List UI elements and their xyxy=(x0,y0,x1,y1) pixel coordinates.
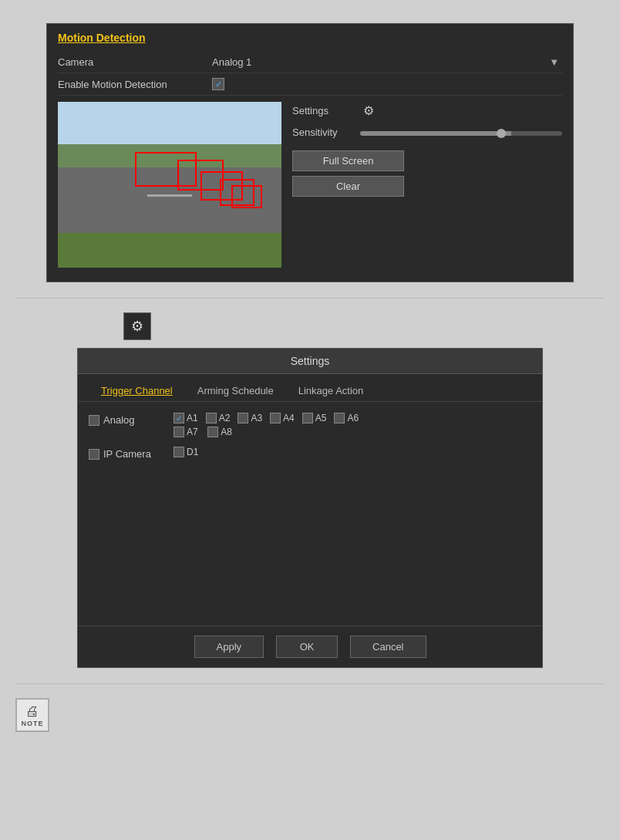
camera-row: Camera Analog 1 ▼ xyxy=(58,52,562,73)
label-a6: A6 xyxy=(347,413,359,423)
channel-d1: D1 xyxy=(174,447,198,457)
note-label: NOTE xyxy=(21,720,43,727)
channel-a6: A6 xyxy=(334,413,359,423)
label-a8: A8 xyxy=(221,427,232,437)
clear-button[interactable]: Clear xyxy=(292,176,404,197)
sensitivity-slider[interactable] xyxy=(360,131,562,136)
analog-channel-row: Analog A1 A2 A3 A4 xyxy=(89,413,531,437)
channel-a3: A3 xyxy=(238,413,262,423)
slider-thumb[interactable] xyxy=(497,129,506,138)
label-a7: A7 xyxy=(187,427,198,437)
ip-camera-label: IP Camera xyxy=(103,448,151,460)
checkbox-a4[interactable] xyxy=(270,413,281,423)
dialog-tabs: Trigger Channel Arming Schedule Linkage … xyxy=(78,374,542,402)
standalone-gear-icon[interactable]: ⚙ xyxy=(123,312,151,340)
channel-a1: A1 xyxy=(174,413,198,423)
analog-label: Analog xyxy=(103,414,134,426)
ip-camera-checkboxes: D1 xyxy=(174,447,531,457)
fullscreen-button[interactable]: Full Screen xyxy=(292,150,404,171)
dialog-body: Analog A1 A2 A3 A4 xyxy=(78,402,542,626)
camera-preview xyxy=(58,102,281,268)
enable-checkbox[interactable]: ✓ xyxy=(212,78,224,90)
checkbox-a3[interactable] xyxy=(238,413,248,423)
tab-linkage-action[interactable]: Linkage Action xyxy=(286,380,376,401)
checkbox-d1[interactable] xyxy=(174,447,184,457)
dialog-footer: Apply OK Cancel xyxy=(78,626,542,667)
ip-camera-channel-row: IP Camera D1 xyxy=(89,447,531,460)
sensitivity-row: Sensitivity xyxy=(292,127,562,138)
camera-label: Camera xyxy=(58,56,212,68)
button-row: Full Screen Clear xyxy=(292,150,562,197)
motion-detection-panel: Motion Detection Camera Analog 1 ▼ Enabl… xyxy=(46,23,574,282)
camera-value: Analog 1 xyxy=(212,56,251,68)
note-section: 🖨 NOTE xyxy=(15,698,605,732)
sky-bg xyxy=(58,102,281,148)
ground-bg xyxy=(58,233,281,268)
checkbox-a2[interactable] xyxy=(206,413,217,423)
channel-a5: A5 xyxy=(302,413,327,423)
ip-camera-main-checkbox[interactable] xyxy=(89,449,99,460)
tab-arming-schedule[interactable]: Arming Schedule xyxy=(185,380,286,401)
label-a1: A1 xyxy=(187,413,198,423)
label-a5: A5 xyxy=(315,413,327,423)
analog-main-label: Analog xyxy=(89,414,166,426)
motion-detection-title: Motion Detection xyxy=(58,32,562,44)
analog-main-checkbox[interactable] xyxy=(89,415,99,426)
note-icon-symbol: 🖨 xyxy=(25,703,39,720)
divider-2 xyxy=(15,683,605,684)
checkbox-a6[interactable] xyxy=(334,413,345,423)
checkbox-a7[interactable] xyxy=(174,427,184,437)
settings-panel: Settings ⚙ Sensitivity Full Screen Clear xyxy=(292,102,562,268)
analog-checkboxes: A1 A2 A3 A4 A5 xyxy=(174,413,531,437)
settings-label: Settings xyxy=(292,105,354,116)
channel-a7: A7 A8 xyxy=(174,427,531,437)
settings-row: Settings ⚙ xyxy=(292,102,562,119)
channel-a2: A2 xyxy=(206,413,231,423)
label-a2: A2 xyxy=(219,413,231,423)
label-a4: A4 xyxy=(283,413,295,423)
label-d1: D1 xyxy=(187,447,198,457)
note-icon: 🖨 NOTE xyxy=(15,698,49,732)
ok-button[interactable]: OK xyxy=(276,636,338,658)
enable-label: Enable Motion Detection xyxy=(58,79,212,90)
ip-camera-main-label: IP Camera xyxy=(89,448,166,460)
channel-a4: A4 xyxy=(270,413,295,423)
label-a3: A3 xyxy=(251,413,262,423)
tab-trigger-channel[interactable]: Trigger Channel xyxy=(89,380,185,401)
checkbox-a8[interactable] xyxy=(207,427,218,437)
detection-box-5 xyxy=(231,185,262,208)
cancel-button[interactable]: Cancel xyxy=(350,636,426,658)
checkbox-a5[interactable] xyxy=(302,413,313,423)
enable-motion-row: Enable Motion Detection ✓ xyxy=(58,73,562,96)
settings-dialog: Settings Trigger Channel Arming Schedule… xyxy=(77,348,543,668)
dialog-title: Settings xyxy=(78,349,542,374)
sensitivity-label: Sensitivity xyxy=(292,127,354,138)
dropdown-arrow-icon[interactable]: ▼ xyxy=(549,56,559,68)
settings-gear-icon[interactable]: ⚙ xyxy=(360,102,377,119)
checkbox-a1[interactable] xyxy=(174,413,184,423)
camera-value-row[interactable]: Analog 1 ▼ xyxy=(212,56,562,68)
motion-content: Settings ⚙ Sensitivity Full Screen Clear xyxy=(58,102,562,268)
apply-button[interactable]: Apply xyxy=(194,636,265,658)
divider-1 xyxy=(15,298,605,299)
